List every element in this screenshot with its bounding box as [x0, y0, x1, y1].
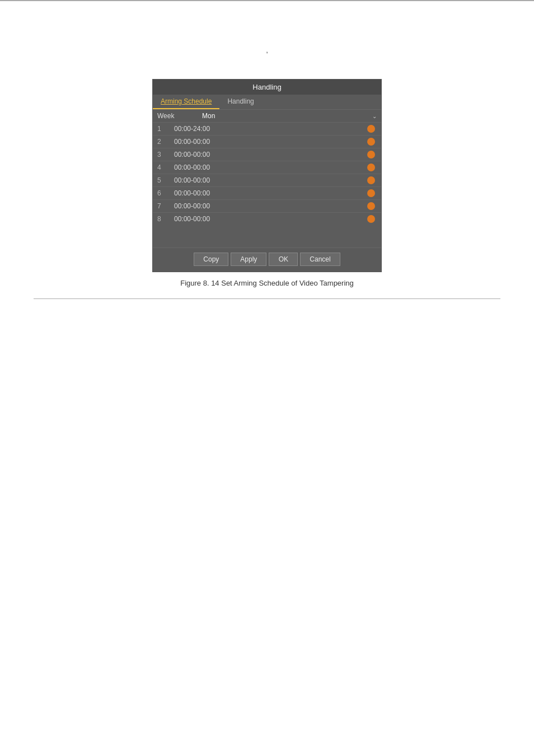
- page-container: , Handling Arming Schedule Handling Week…: [0, 0, 534, 756]
- table-row: 6 00:00-00:00: [153, 187, 381, 200]
- add-icon[interactable]: [367, 151, 375, 158]
- row-add-btn[interactable]: [366, 176, 377, 185]
- empty-space: [153, 225, 381, 248]
- dialog-footer: Copy Apply OK Cancel: [153, 248, 381, 272]
- row-add-btn[interactable]: [366, 124, 377, 133]
- row-number: 1: [157, 125, 174, 133]
- dialog-tabs: Arming Schedule Handling: [153, 95, 381, 110]
- week-label: Week: [157, 112, 202, 120]
- row-add-btn[interactable]: [366, 150, 377, 159]
- row-time-value[interactable]: 00:00-00:00: [174, 176, 366, 184]
- row-time-value[interactable]: 00:00-00:00: [174, 189, 366, 197]
- row-number: 7: [157, 202, 174, 210]
- add-icon[interactable]: [367, 189, 375, 197]
- cancel-button[interactable]: Cancel: [300, 253, 340, 266]
- row-number: 5: [157, 176, 174, 184]
- row-number: 2: [157, 138, 174, 146]
- copy-button[interactable]: Copy: [194, 253, 228, 266]
- row-time-value[interactable]: 00:00-00:00: [174, 138, 366, 146]
- row-number: 6: [157, 189, 174, 197]
- row-add-btn[interactable]: [366, 214, 377, 223]
- figure-caption: Figure 8. 14 Set Arming Schedule of Vide…: [180, 279, 354, 287]
- ok-button[interactable]: OK: [269, 253, 298, 266]
- add-icon[interactable]: [367, 202, 375, 210]
- row-add-btn[interactable]: [366, 163, 377, 172]
- row-add-btn[interactable]: [366, 202, 377, 211]
- row-number: 3: [157, 151, 174, 158]
- table-row: 3 00:00-00:00: [153, 148, 381, 161]
- table-row: 5 00:00-00:00: [153, 174, 381, 187]
- apply-button[interactable]: Apply: [231, 253, 266, 266]
- dialog-title: Handling: [153, 80, 381, 95]
- row-time-value[interactable]: 00:00-00:00: [174, 215, 366, 223]
- add-icon[interactable]: [367, 215, 375, 223]
- table-row: 1 00:00-24:00: [153, 123, 381, 136]
- tab-handling[interactable]: Handling: [219, 95, 261, 109]
- row-time-value[interactable]: 00:00-24:00: [174, 125, 366, 133]
- row-add-btn[interactable]: [366, 189, 377, 198]
- week-selector-row: Week Mon ⌄: [153, 110, 381, 123]
- day-value[interactable]: Mon: [202, 112, 372, 120]
- row-number: 4: [157, 164, 174, 171]
- row-number: 8: [157, 215, 174, 223]
- table-row: 7 00:00-00:00: [153, 200, 381, 213]
- table-row: 2 00:00-00:00: [153, 136, 381, 148]
- dialog-wrapper: Handling Arming Schedule Handling Week M…: [34, 79, 500, 287]
- add-icon[interactable]: [367, 125, 375, 133]
- content-area: , Handling Arming Schedule Handling Week…: [0, 1, 534, 316]
- chevron-down-icon[interactable]: ⌄: [372, 113, 377, 119]
- comma-text: ,: [34, 46, 500, 54]
- add-icon[interactable]: [367, 138, 375, 146]
- table-row: 8 00:00-00:00: [153, 213, 381, 225]
- tab-arming-schedule[interactable]: Arming Schedule: [153, 95, 219, 109]
- add-icon[interactable]: [367, 176, 375, 184]
- row-time-value[interactable]: 00:00-00:00: [174, 202, 366, 210]
- add-icon[interactable]: [367, 164, 375, 171]
- row-time-value[interactable]: 00:00-00:00: [174, 164, 366, 171]
- bottom-border: [34, 298, 500, 299]
- dialog: Handling Arming Schedule Handling Week M…: [152, 79, 382, 272]
- table-row: 4 00:00-00:00: [153, 161, 381, 174]
- schedule-rows: 1 00:00-24:00 2 00:00-00:00 3 00:00-00:0…: [153, 123, 381, 225]
- row-time-value[interactable]: 00:00-00:00: [174, 151, 366, 158]
- row-add-btn[interactable]: [366, 137, 377, 146]
